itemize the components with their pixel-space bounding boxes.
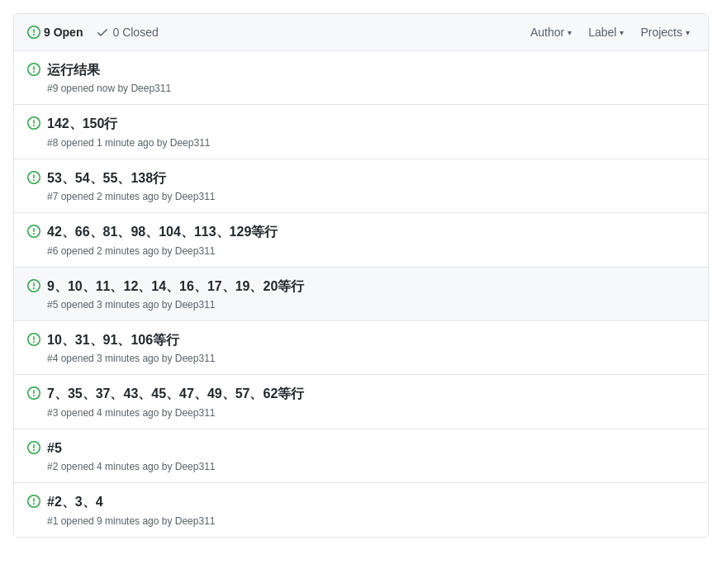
issue-content: 运行结果 #9 opened now by Deep311 [47, 61, 695, 94]
issue-content: #2、3、4 #1 opened 9 minutes ago by Deep31… [47, 493, 695, 526]
issue-content: 10、31、91、106等行 #4 opened 3 minutes ago b… [47, 331, 695, 364]
issue-open-icon [27, 495, 40, 508]
projects-filter-label: Projects [640, 26, 682, 39]
issue-open-icon [27, 333, 40, 346]
issue-title[interactable]: #5 [47, 439, 695, 458]
closed-count-label: 0 Closed [112, 26, 158, 39]
open-icon [27, 26, 40, 39]
issues-list: 运行结果 #9 opened now by Deep311 142、150行 #… [14, 51, 708, 537]
author-caret-icon: ▾ [568, 28, 572, 37]
open-count-label: 9 Open [44, 26, 83, 39]
issue-meta: #5 opened 3 minutes ago by Deep311 [47, 299, 695, 311]
author-filter-label: Author [530, 26, 564, 39]
projects-filter-button[interactable]: Projects ▾ [635, 22, 695, 42]
issue-title[interactable]: 9、10、11、12、14、16、17、19、20等行 [47, 277, 695, 296]
label-filter-button[interactable]: Label ▾ [583, 22, 629, 42]
issue-row: #5 #2 opened 4 minutes ago by Deep311 [14, 429, 708, 483]
issue-content: 53、54、55、138行 #7 opened 2 minutes ago by… [47, 169, 695, 202]
issue-title[interactable]: 53、54、55、138行 [47, 169, 695, 187]
issues-header: 9 Open 0 Closed Author ▾ Label ▾ [14, 14, 708, 51]
closed-issues-filter[interactable]: 0 Closed [96, 26, 158, 39]
check-icon [96, 26, 109, 39]
issue-title[interactable]: 10、31、91、106等行 [47, 331, 695, 349]
issue-row: 142、150行 #8 opened 1 minute ago by Deep3… [14, 105, 708, 159]
header-right: Author ▾ Label ▾ Projects ▾ [525, 22, 695, 42]
issue-open-icon [27, 386, 40, 400]
open-issues-filter[interactable]: 9 Open [27, 26, 83, 39]
issue-row: 10、31、91、106等行 #4 opened 3 minutes ago b… [14, 321, 708, 375]
issue-open-icon [27, 279, 40, 292]
issue-open-icon [27, 116, 40, 130]
issue-title[interactable]: 142、150行 [47, 115, 695, 133]
issue-open-icon [27, 171, 40, 184]
issue-content: 7、35、37、43、45、47、49、57、62等行 #3 opened 4 … [47, 385, 695, 418]
label-filter-label: Label [588, 26, 616, 39]
issue-open-icon [27, 441, 40, 454]
issue-meta: #2 opened 4 minutes ago by Deep311 [47, 461, 695, 472]
issue-title[interactable]: 运行结果 [47, 61, 695, 79]
issue-row: 53、54、55、138行 #7 opened 2 minutes ago by… [14, 159, 708, 213]
issue-open-icon [27, 63, 40, 76]
issue-row: 运行结果 #9 opened now by Deep311 [14, 51, 708, 105]
issue-meta: #1 opened 9 minutes ago by Deep311 [47, 515, 695, 527]
author-filter-button[interactable]: Author ▾ [525, 22, 577, 42]
issue-content: 9、10、11、12、14、16、17、19、20等行 #5 opened 3 … [47, 277, 695, 311]
issues-container: 9 Open 0 Closed Author ▾ Label ▾ [13, 13, 709, 538]
label-caret-icon: ▾ [620, 28, 624, 37]
issue-row: 42、66、81、98、104、113、129等行 #6 opened 2 mi… [14, 213, 708, 267]
issue-title[interactable]: 7、35、37、43、45、47、49、57、62等行 [47, 385, 695, 403]
issue-row: 9、10、11、12、14、16、17、19、20等行 #5 opened 3 … [14, 268, 708, 321]
issue-content: 142、150行 #8 opened 1 minute ago by Deep3… [47, 115, 695, 148]
issue-meta: #3 opened 4 minutes ago by Deep311 [47, 407, 695, 419]
issue-meta: #8 opened 1 minute ago by Deep311 [47, 137, 695, 149]
issue-meta: #9 opened now by Deep311 [47, 83, 695, 94]
issue-row: #2、3、4 #1 opened 9 minutes ago by Deep31… [14, 483, 708, 536]
issue-content: 42、66、81、98、104、113、129等行 #6 opened 2 mi… [47, 223, 695, 256]
projects-caret-icon: ▾ [686, 28, 690, 37]
issue-meta: #4 opened 3 minutes ago by Deep311 [47, 353, 695, 364]
issue-meta: #6 opened 2 minutes ago by Deep311 [47, 245, 695, 257]
header-left: 9 Open 0 Closed [27, 26, 159, 39]
issue-title[interactable]: #2、3、4 [47, 493, 695, 511]
issue-open-icon [27, 225, 40, 238]
issue-content: #5 #2 opened 4 minutes ago by Deep311 [47, 439, 695, 472]
issue-meta: #7 opened 2 minutes ago by Deep311 [47, 191, 695, 202]
issue-title[interactable]: 42、66、81、98、104、113、129等行 [47, 223, 695, 241]
issue-row: 7、35、37、43、45、47、49、57、62等行 #3 opened 4 … [14, 375, 708, 429]
